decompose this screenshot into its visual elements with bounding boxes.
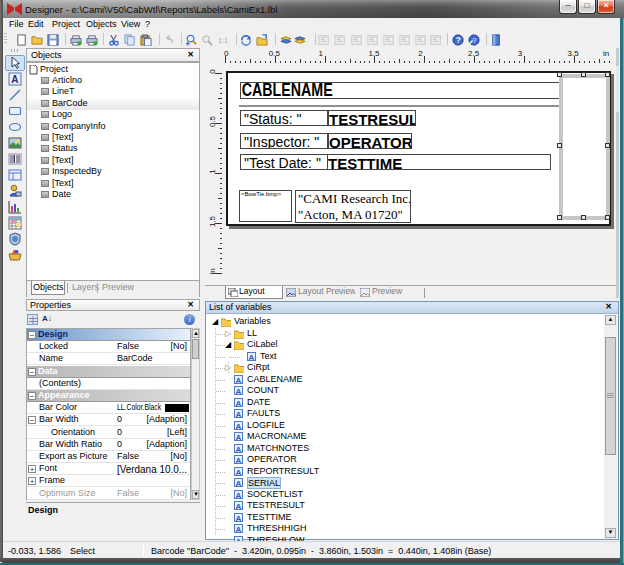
svg-text:?: ? (456, 35, 461, 45)
svg-text:A: A (11, 74, 18, 85)
svg-text:1:1: 1:1 (218, 36, 228, 45)
